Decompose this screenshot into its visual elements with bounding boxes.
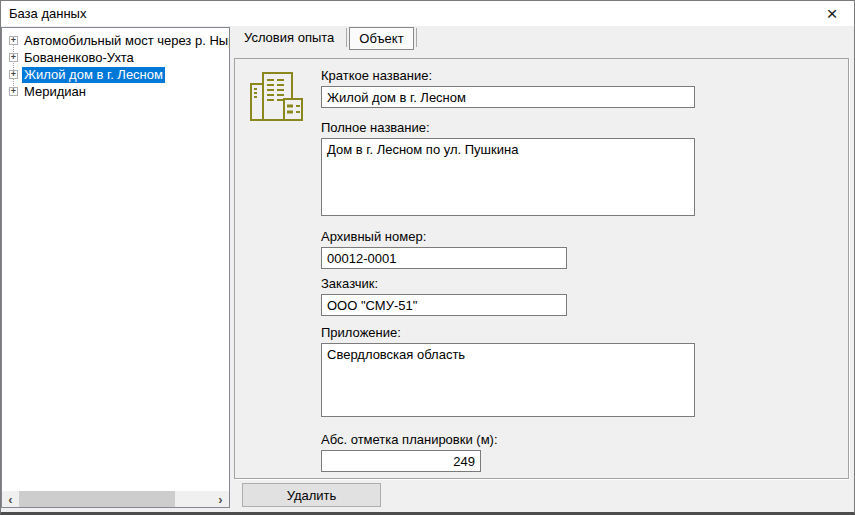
- tree-item-zhiloy-dom[interactable]: + Жилой дом в г. Лесном: [2, 66, 229, 83]
- full-name-label: Полное название:: [321, 120, 695, 135]
- window-title: База данных: [1, 6, 86, 21]
- short-name-input[interactable]: [321, 86, 695, 108]
- field-abs-elevation: Абс. отметка планировки (м):: [321, 432, 695, 472]
- tab-experiment-conditions[interactable]: Условия опыта: [234, 26, 344, 48]
- tree-item-label[interactable]: Автомобильный мост через р. Ныр: [22, 33, 229, 49]
- field-archive-number: Архивный номер:: [321, 229, 695, 269]
- delete-button[interactable]: Удалить: [242, 483, 381, 507]
- field-full-name: Полное название: Дом в г. Лесном по ул. …: [321, 120, 695, 216]
- scroll-left-icon[interactable]: ‹: [2, 491, 19, 507]
- tab-object[interactable]: Объект: [349, 27, 413, 50]
- expand-plus-icon[interactable]: +: [9, 87, 18, 96]
- tree-item-meridian[interactable]: + Меридиан: [2, 83, 229, 100]
- expand-plus-icon[interactable]: +: [9, 53, 18, 62]
- delete-button-label: Удалить: [287, 488, 337, 503]
- tree-item-label[interactable]: Бованенково-Ухта: [22, 50, 136, 66]
- abs-elevation-label: Абс. отметка планировки (м):: [321, 432, 695, 447]
- scroll-right-icon[interactable]: ›: [212, 491, 229, 507]
- tree-item-most[interactable]: + Автомобильный мост через р. Ныр: [2, 32, 229, 49]
- database-dialog: База данных × + Автомобильный мост через…: [0, 0, 855, 515]
- archive-number-label: Архивный номер:: [321, 229, 695, 244]
- customer-input[interactable]: [321, 294, 567, 316]
- scrollbar-thumb[interactable]: [19, 491, 175, 507]
- expand-plus-icon[interactable]: +: [9, 70, 18, 79]
- tree-item-bovanenkovo[interactable]: + Бованенково-Ухта: [2, 49, 229, 66]
- field-customer: Заказчик:: [321, 276, 695, 316]
- project-tree: + Автомобильный мост через р. Ныр + Бова…: [2, 32, 229, 100]
- object-form: Краткое название: Полное название: Дом в…: [321, 59, 695, 472]
- abs-elevation-input[interactable]: [321, 450, 481, 472]
- short-name-label: Краткое название:: [321, 68, 695, 83]
- appendix-label: Приложение:: [321, 325, 695, 340]
- close-icon[interactable]: ×: [816, 1, 848, 26]
- expand-plus-icon[interactable]: +: [9, 36, 18, 45]
- customer-label: Заказчик:: [321, 276, 695, 291]
- field-appendix: Приложение: Свердловская область: [321, 325, 695, 417]
- titlebar: База данных ×: [1, 1, 854, 26]
- object-group-panel: Краткое название: Полное название: Дом в…: [234, 58, 849, 479]
- tab-separator: [346, 28, 347, 47]
- archive-number-input[interactable]: [321, 247, 567, 269]
- tree-item-label[interactable]: Меридиан: [22, 84, 88, 100]
- tree-horizontal-scrollbar[interactable]: ‹ ›: [2, 491, 229, 507]
- tab-strip: Условия опыта Объект: [234, 26, 419, 49]
- appendix-textarea[interactable]: Свердловская область: [321, 343, 695, 417]
- field-short-name: Краткое название:: [321, 68, 695, 108]
- tab-separator: [416, 28, 417, 47]
- project-tree-panel: + Автомобильный мост через р. Ныр + Бова…: [1, 27, 230, 508]
- tree-item-label-selected[interactable]: Жилой дом в г. Лесном: [22, 67, 165, 83]
- buildings-icon: [249, 71, 303, 121]
- full-name-textarea[interactable]: Дом в г. Лесном по ул. Пушкина: [321, 138, 695, 216]
